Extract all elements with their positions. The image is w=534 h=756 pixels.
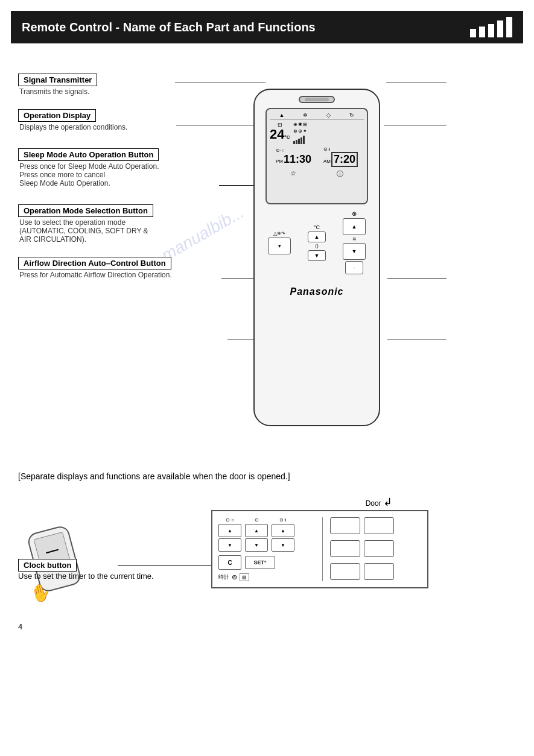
timer1-down-btn[interactable]: ▼	[218, 538, 241, 552]
line-r-signal	[386, 83, 447, 83]
door-left-controls: ⊙·○ ▲ ▼ ⊙ ▲ ▼	[218, 517, 315, 581]
timer-group-2: ⊙ ▲ ▼	[245, 517, 268, 552]
operation-display-annotation: Operation Display Displays the operation…	[18, 109, 226, 131]
door-panel-area: Door ↲ ⊙·○ ▲ ▼	[211, 496, 428, 588]
temp-display: 24 °C	[270, 128, 290, 141]
pm-top: ⊙·○	[276, 148, 284, 153]
extra-btn-3[interactable]	[330, 540, 360, 557]
pm-group: ⊙·○ PM 11:30	[276, 148, 311, 166]
header-bars-icon	[470, 17, 512, 37]
pm-circles: ⊙·○	[276, 148, 284, 153]
temp-up-button[interactable]: ▲	[308, 232, 326, 242]
kanji-row: 時計 ⊚ ▤	[218, 573, 315, 581]
timer3-down-btn[interactable]: ▼	[272, 538, 294, 552]
line-clock	[118, 565, 211, 566]
icon-o: ⊗	[293, 128, 297, 134]
annotations-column: Signal Transmitter Transmits the signals…	[18, 74, 226, 289]
screen-top-icons: ▲ ❄ ◇ ↻	[270, 112, 364, 120]
door-label: Door ↲	[211, 496, 392, 509]
timer2-down-btn[interactable]: ▼	[245, 538, 268, 552]
timer2-icons: ⊙	[255, 517, 259, 523]
extra-btn-6[interactable]	[364, 563, 394, 580]
icon-asterisk: ✱	[298, 122, 302, 127]
set-button[interactable]: SET°	[245, 556, 275, 569]
timer2-up-btn[interactable]: ▲	[245, 524, 268, 537]
operation-mode-desc: Use to select the operation mode(AUTOMAT…	[18, 218, 226, 244]
timer3-icons: ⊙·I	[279, 517, 286, 523]
mode-button-group: △❄↷ ▾	[268, 231, 291, 254]
remote-body: ▲ ❄ ◇ ↻ ⊡ 24 °C	[253, 89, 380, 426]
header-title: Remote Control - Name of Each Part and F…	[22, 20, 316, 34]
pm-time: 11:30	[284, 153, 311, 166]
clock-button-annotation: Clock button Use to set the timer to the…	[18, 559, 154, 581]
mode-icons: △❄↷	[273, 231, 285, 236]
temp-mid-icon: ⟨⟩	[314, 243, 319, 250]
extra-btn-2[interactable]	[364, 517, 394, 534]
segment-bars	[293, 136, 307, 144]
door-panel-border: ⊙·○ ▲ ▼ ⊙ ▲ ▼	[211, 510, 428, 588]
bar2	[479, 27, 485, 37]
airflow-annotation: Airflow Direction Auto–Control Button Pr…	[18, 257, 226, 279]
am-time-display: AM 7:20	[323, 152, 358, 167]
temp-down-button[interactable]: ▼	[308, 250, 326, 261]
screen-time-row: ⊙·○ PM 11:30 ⊙·I AM	[270, 146, 364, 167]
c-button[interactable]: C	[218, 555, 241, 570]
clock-button-desc: Use to set the timer to the current time…	[18, 572, 154, 581]
screen-bottom-icons: ☆ ⓘ	[270, 169, 364, 178]
kanji-box: ▤	[240, 573, 249, 581]
operation-mode-annotation: Operation Mode Selection Button Use to s…	[18, 204, 226, 244]
extra-btn-5[interactable]	[330, 563, 360, 580]
fan-down-button[interactable]: ▼	[343, 243, 366, 260]
am-group: ⊙·I AM 7:20	[323, 146, 358, 167]
fan-extra-button[interactable]: ·	[345, 261, 363, 274]
signal-transmitter-desc: Transmits the signals.	[18, 87, 226, 96]
door-inner-layout: ⊙·○ ▲ ▼ ⊙ ▲ ▼	[218, 517, 421, 581]
celsius-label: °C	[314, 224, 320, 230]
bar1	[470, 29, 476, 37]
temp-value: 24	[270, 128, 284, 141]
mode-button[interactable]: ▾	[268, 238, 291, 254]
brand-label: Panasonic	[261, 286, 373, 297]
icon-triangle: ▲	[279, 112, 285, 118]
fan-icon: ⊕	[352, 210, 357, 217]
seg5	[303, 136, 305, 144]
seg4	[300, 137, 302, 144]
door-right-row2	[330, 540, 394, 557]
am-time: 7:20	[331, 152, 358, 167]
extra-btn-4[interactable]	[364, 540, 394, 557]
airflow-desc: Press for Automatic Airflow Direction Op…	[18, 271, 226, 279]
bar3	[488, 24, 494, 37]
icon-info: ⓘ	[337, 169, 343, 178]
am-label: AM	[323, 159, 331, 164]
sleep-mode-annotation: Sleep Mode Auto Operation Button Press o…	[18, 148, 226, 187]
timer-group-3: ⊙·I ▲ ▼	[272, 517, 294, 552]
icon-star-bottom: ☆	[290, 169, 296, 178]
icon-star2: ✦	[303, 128, 307, 134]
bottom-section: ▬▬▬ ✋ Clock button Use to set the timer …	[18, 496, 516, 598]
timer1-icons: ⊙·○	[226, 517, 234, 523]
remote-control: ▲ ❄ ◇ ↻ ⊡ 24 °C	[253, 89, 386, 426]
am-circles: ⊙·I	[323, 146, 330, 152]
kanji-icon: ⊚	[232, 573, 237, 581]
extra-btn-1[interactable]	[330, 517, 360, 534]
fan-up-button[interactable]: ▲	[343, 218, 366, 235]
sleep-mode-desc: Press once for Sleep Mode Auto Operation…	[18, 162, 226, 187]
seg3	[298, 139, 300, 144]
signal-beam	[305, 98, 329, 101]
am-top: ⊙·I	[323, 146, 330, 152]
temp-control-group: °C ▲ ⟨⟩ ▼	[308, 224, 326, 261]
temp-up-down: ▲ ⟨⟩ ▼	[308, 232, 326, 261]
remote-screen: ▲ ❄ ◇ ↻ ⊡ 24 °C	[265, 108, 368, 204]
line-r-airflow	[387, 339, 447, 339]
right-icons-group: ⊕ ✱ ⊞ ⊗ ⊕ ✦	[293, 122, 307, 144]
kanji-clock: 時計	[218, 573, 229, 581]
bar5	[506, 17, 512, 37]
door-right-row1	[330, 517, 394, 534]
timer3-up-btn[interactable]: ▲	[272, 524, 294, 537]
fan-wind-icon: ≋	[352, 236, 357, 242]
door-right-controls	[322, 517, 394, 581]
operation-mode-label: Operation Mode Selection Button	[18, 204, 153, 217]
timer-group-1: ⊙·○ ▲ ▼	[218, 517, 241, 552]
pm-label: PM	[276, 159, 283, 164]
timer1-up-btn[interactable]: ▲	[218, 524, 241, 537]
